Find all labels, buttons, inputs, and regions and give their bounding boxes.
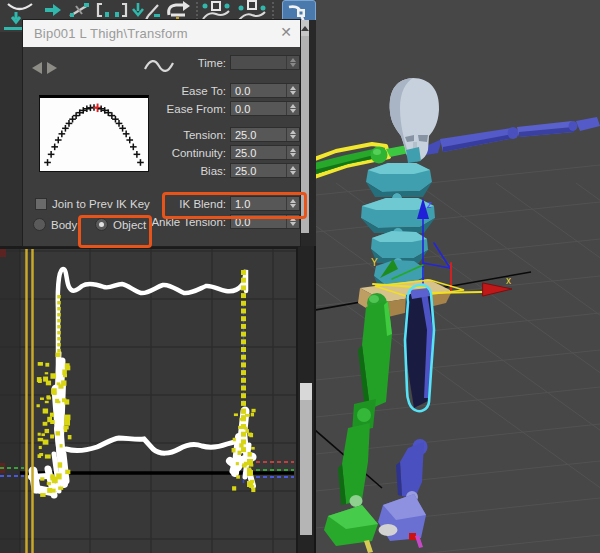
spinner-buttons[interactable] [286, 146, 299, 159]
axis-label-y: Y [371, 257, 378, 268]
ik-blend-highlight-rect [162, 192, 307, 219]
track-view[interactable] [0, 246, 296, 553]
join-prev-ik-label: Join to Prev IK Key [52, 197, 150, 212]
close-icon[interactable]: ✕ [280, 24, 292, 40]
field-input[interactable]: 0.0 [230, 83, 300, 98]
reduce-keys-icon[interactable] [130, 0, 162, 22]
body-radio[interactable] [33, 218, 46, 231]
key-tangent-out-icon[interactable] [236, 0, 268, 22]
next-key-arrow-icon[interactable] [42, 0, 64, 20]
axis-label-z: z [426, 199, 432, 210]
axis-label-x: x [506, 275, 511, 286]
field-label: Continuity: [106, 146, 226, 161]
scroll-up-button[interactable] [300, 20, 309, 36]
spinner-buttons[interactable] [286, 128, 299, 141]
next-key-button[interactable] [47, 62, 57, 74]
dialog-titlebar[interactable]: Bip001 L Thigh\Transform ✕ [23, 20, 300, 47]
spine[interactable] [361, 147, 435, 292]
field-input[interactable]: 25.0 [230, 145, 300, 160]
select-key-range-icon[interactable] [96, 0, 128, 20]
dialog-title: Bip001 L Thigh\Transform [34, 26, 188, 41]
body-radio-label: Body [51, 218, 77, 233]
trackview-scrollbar[interactable] [296, 246, 316, 553]
object-radio-highlight-rect [78, 215, 152, 248]
field-input[interactable] [230, 55, 300, 70]
field-label: Ease To: [106, 84, 226, 99]
field-label: Time: [106, 56, 226, 71]
spinner-buttons[interactable] [286, 56, 299, 69]
ground-dot [379, 524, 398, 536]
spinner-buttons[interactable] [286, 84, 299, 97]
spinner-buttons[interactable] [286, 164, 299, 177]
trackview-scroll-thumb[interactable] [300, 383, 312, 535]
perspective-viewport[interactable]: z Y x [316, 0, 600, 553]
spinner-buttons[interactable] [286, 102, 299, 115]
field-input[interactable]: 0.0 [230, 101, 300, 116]
chevron-up-icon [301, 26, 309, 31]
right-toe-marker [415, 535, 423, 548]
field-label: Tension: [106, 128, 226, 143]
right-arm[interactable] [424, 117, 600, 155]
field-input[interactable]: 25.0 [230, 163, 300, 178]
key-tangent-in-icon[interactable] [200, 0, 232, 22]
foot-key-marker [409, 533, 416, 540]
prev-key-button[interactable] [32, 62, 42, 74]
cycle-loop-icon[interactable] [163, 0, 193, 22]
field-input[interactable]: 25.0 [230, 127, 300, 142]
left-toe-marker [364, 540, 373, 553]
cut-keys-icon[interactable] [66, 0, 94, 20]
toolbar-separator [196, 2, 198, 20]
field-label: Bias: [106, 164, 226, 179]
field-label: Ease From: [106, 102, 226, 117]
toolbar-separator [272, 2, 274, 20]
join-prev-ik-checkbox[interactable] [35, 198, 47, 210]
